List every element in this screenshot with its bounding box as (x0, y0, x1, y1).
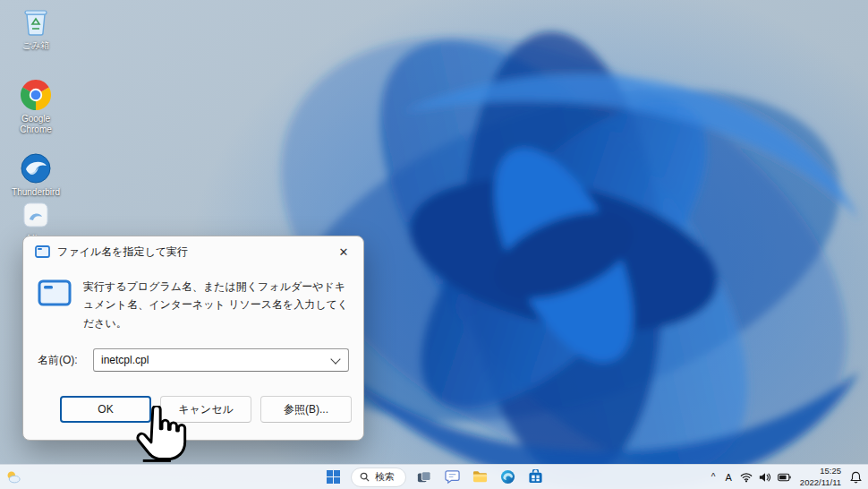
taskbar: 検索 (0, 464, 868, 489)
clock[interactable]: 15:25 2022/11/11 (797, 466, 844, 488)
cancel-button[interactable]: キャンセル (160, 396, 251, 423)
search-label: 検索 (375, 470, 395, 484)
microsoft-store-icon[interactable] (525, 468, 545, 487)
search-icon (360, 472, 370, 482)
run-dialog-titlebar[interactable]: ファイル名を指定して実行 ✕ (23, 236, 363, 267)
file-explorer-icon[interactable] (470, 468, 489, 487)
desktop-icon-label: Google Chrome (6, 114, 65, 134)
dialog-description: 実行するプログラム名、または開くフォルダーやドキュメント名、インターネット リソ… (83, 278, 349, 332)
recycle-bin-icon (20, 5, 52, 38)
ok-button[interactable]: OK (60, 396, 151, 423)
volume-icon[interactable] (759, 472, 771, 483)
ime-indicator[interactable]: A (724, 472, 734, 483)
start-button[interactable] (323, 468, 343, 487)
clock-time: 15:25 (800, 466, 841, 476)
browse-button[interactable]: 参照(B)... (260, 396, 352, 423)
desktop-icon-recycle-bin[interactable]: ごみ箱 (6, 5, 65, 51)
edge-icon[interactable] (498, 468, 517, 487)
widgets-weather-icon[interactable] (3, 468, 22, 487)
run-command-input[interactable] (93, 348, 349, 372)
desktop-icon-thunderbird[interactable]: Thunderbird (6, 152, 65, 198)
desktop-screen: ごみ箱 Google Chrome Thunderbird (0, 0, 868, 489)
desktop-icon-google-chrome[interactable]: Google Chrome (6, 79, 65, 134)
name-combobox[interactable] (93, 348, 349, 372)
run-program-icon (38, 279, 72, 332)
desktop-icon-label: ごみ箱 (22, 40, 49, 51)
thunderbird-icon (20, 152, 52, 184)
run-dialog-body: 実行するプログラム名、または開くフォルダーやドキュメント名、インターネット リソ… (23, 267, 363, 440)
search-box[interactable]: 検索 (351, 468, 406, 487)
network-icon[interactable] (740, 472, 753, 483)
task-view-icon[interactable] (414, 468, 434, 487)
dialog-title: ファイル名を指定して実行 (57, 244, 188, 260)
run-dialog-icon (35, 245, 50, 258)
name-label: 名前(O): (38, 353, 93, 368)
desktop-icon-label: Thunderbird (12, 187, 60, 198)
hidden-icons-chevron[interactable]: ^ (710, 472, 718, 482)
chat-icon[interactable] (442, 468, 462, 487)
clock-date: 2022/11/11 (800, 477, 841, 488)
chrome-icon (20, 79, 52, 111)
battery-icon[interactable] (778, 473, 791, 482)
close-icon[interactable]: ✕ (324, 236, 363, 267)
notification-bell-icon[interactable] (850, 471, 864, 484)
run-dialog: ファイル名を指定して実行 ✕ 実行するプログラム名、または開くフォルダーやドキュ… (22, 236, 364, 441)
app-icon (20, 199, 52, 231)
